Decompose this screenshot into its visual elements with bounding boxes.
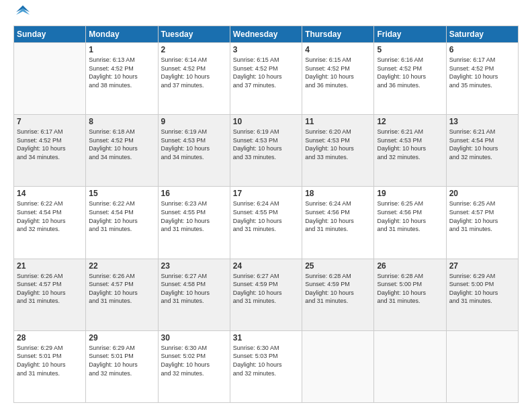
calendar-cell (446, 330, 518, 402)
day-number: 25 (305, 261, 371, 271)
calendar-cell: 15Sunrise: 6:22 AM Sunset: 4:54 PM Dayli… (86, 187, 158, 259)
day-number: 22 (89, 261, 154, 271)
day-number: 31 (233, 333, 299, 342)
day-number: 19 (377, 189, 443, 198)
day-number: 13 (449, 117, 515, 126)
day-number: 17 (233, 189, 299, 198)
day-info: Sunrise: 6:17 AM Sunset: 4:52 PM Dayligh… (17, 128, 83, 161)
day-number: 3 (233, 45, 299, 54)
day-number: 16 (161, 189, 227, 198)
day-info: Sunrise: 6:25 AM Sunset: 4:56 PM Dayligh… (377, 199, 443, 233)
day-number: 14 (17, 189, 83, 198)
calendar-cell: 25Sunrise: 6:28 AM Sunset: 4:59 PM Dayli… (302, 259, 374, 330)
calendar-cell: 26Sunrise: 6:28 AM Sunset: 5:00 PM Dayli… (374, 259, 446, 330)
day-info: Sunrise: 6:20 AM Sunset: 4:53 PM Dayligh… (305, 128, 371, 161)
calendar-cell: 13Sunrise: 6:21 AM Sunset: 4:54 PM Dayli… (446, 115, 518, 187)
days-header-row: SundayMondayTuesdayWednesdayThursdayFrid… (14, 26, 519, 43)
calendar-cell (14, 43, 86, 115)
calendar-cell: 10Sunrise: 6:19 AM Sunset: 4:53 PM Dayli… (230, 115, 302, 187)
day-header-thursday: Thursday (302, 26, 374, 43)
calendar-cell: 27Sunrise: 6:29 AM Sunset: 5:00 PM Dayli… (446, 259, 518, 330)
day-header-wednesday: Wednesday (230, 26, 302, 43)
day-header-tuesday: Tuesday (158, 26, 230, 43)
day-info: Sunrise: 6:24 AM Sunset: 4:56 PM Dayligh… (305, 199, 371, 233)
week-row-1: 1Sunrise: 6:13 AM Sunset: 4:52 PM Daylig… (14, 43, 519, 115)
logo (13, 12, 30, 19)
day-header-monday: Monday (86, 26, 158, 43)
day-info: Sunrise: 6:26 AM Sunset: 4:57 PM Dayligh… (89, 272, 154, 306)
day-info: Sunrise: 6:22 AM Sunset: 4:54 PM Dayligh… (89, 199, 154, 233)
day-number: 26 (377, 261, 443, 271)
svg-marker-1 (16, 8, 30, 15)
calendar-cell: 21Sunrise: 6:26 AM Sunset: 4:57 PM Dayli… (14, 259, 86, 330)
page: SundayMondayTuesdayWednesdayThursdayFrid… (0, 0, 532, 411)
week-row-2: 7Sunrise: 6:17 AM Sunset: 4:52 PM Daylig… (14, 115, 519, 187)
calendar-cell: 1Sunrise: 6:13 AM Sunset: 4:52 PM Daylig… (86, 43, 158, 115)
day-info: Sunrise: 6:19 AM Sunset: 4:53 PM Dayligh… (161, 128, 227, 161)
calendar-cell: 12Sunrise: 6:21 AM Sunset: 4:53 PM Dayli… (374, 115, 446, 187)
day-number: 11 (305, 117, 371, 126)
day-number: 21 (17, 261, 83, 271)
calendar-cell: 22Sunrise: 6:26 AM Sunset: 4:57 PM Dayli… (86, 259, 158, 330)
calendar-cell: 7Sunrise: 6:17 AM Sunset: 4:52 PM Daylig… (14, 115, 86, 187)
day-number: 8 (89, 117, 154, 126)
day-info: Sunrise: 6:26 AM Sunset: 4:57 PM Dayligh… (17, 272, 83, 306)
day-number: 7 (17, 117, 83, 126)
day-info: Sunrise: 6:27 AM Sunset: 4:59 PM Dayligh… (233, 272, 299, 306)
day-info: Sunrise: 6:18 AM Sunset: 4:52 PM Dayligh… (89, 128, 154, 161)
day-info: Sunrise: 6:28 AM Sunset: 5:00 PM Dayligh… (377, 272, 443, 306)
calendar-cell: 31Sunrise: 6:30 AM Sunset: 5:03 PM Dayli… (230, 330, 302, 402)
day-info: Sunrise: 6:13 AM Sunset: 4:52 PM Dayligh… (89, 56, 154, 89)
calendar-cell: 18Sunrise: 6:24 AM Sunset: 4:56 PM Dayli… (302, 187, 374, 259)
day-number: 29 (89, 333, 154, 342)
calendar-cell: 6Sunrise: 6:17 AM Sunset: 4:52 PM Daylig… (446, 43, 518, 115)
day-number: 18 (305, 189, 371, 198)
day-header-saturday: Saturday (446, 26, 518, 43)
day-number: 30 (161, 333, 227, 342)
day-header-friday: Friday (374, 26, 446, 43)
day-info: Sunrise: 6:29 AM Sunset: 5:01 PM Dayligh… (89, 344, 154, 377)
day-number: 5 (377, 45, 443, 54)
calendar-cell: 24Sunrise: 6:27 AM Sunset: 4:59 PM Dayli… (230, 259, 302, 330)
calendar-cell (302, 330, 374, 402)
calendar-cell: 3Sunrise: 6:15 AM Sunset: 4:52 PM Daylig… (230, 43, 302, 115)
day-number: 10 (233, 117, 299, 126)
week-row-4: 21Sunrise: 6:26 AM Sunset: 4:57 PM Dayli… (14, 259, 519, 330)
day-info: Sunrise: 6:19 AM Sunset: 4:53 PM Dayligh… (233, 128, 299, 161)
day-info: Sunrise: 6:21 AM Sunset: 4:54 PM Dayligh… (449, 128, 515, 161)
calendar-cell: 29Sunrise: 6:29 AM Sunset: 5:01 PM Dayli… (86, 330, 158, 402)
day-number: 6 (449, 45, 515, 54)
day-number: 12 (377, 117, 443, 126)
header (13, 12, 519, 19)
day-info: Sunrise: 6:24 AM Sunset: 4:55 PM Dayligh… (233, 199, 299, 233)
week-row-3: 14Sunrise: 6:22 AM Sunset: 4:54 PM Dayli… (14, 187, 519, 259)
calendar-cell: 16Sunrise: 6:23 AM Sunset: 4:55 PM Dayli… (158, 187, 230, 259)
day-number: 27 (449, 261, 515, 271)
calendar-cell: 14Sunrise: 6:22 AM Sunset: 4:54 PM Dayli… (14, 187, 86, 259)
calendar-cell: 8Sunrise: 6:18 AM Sunset: 4:52 PM Daylig… (86, 115, 158, 187)
day-number: 28 (17, 333, 83, 342)
day-number: 4 (305, 45, 371, 54)
day-number: 2 (161, 45, 227, 54)
week-row-5: 28Sunrise: 6:29 AM Sunset: 5:01 PM Dayli… (14, 330, 519, 402)
day-number: 24 (233, 261, 299, 271)
day-number: 20 (449, 189, 515, 198)
day-info: Sunrise: 6:22 AM Sunset: 4:54 PM Dayligh… (17, 199, 83, 233)
day-info: Sunrise: 6:23 AM Sunset: 4:55 PM Dayligh… (161, 199, 227, 233)
day-info: Sunrise: 6:15 AM Sunset: 4:52 PM Dayligh… (305, 56, 371, 89)
day-info: Sunrise: 6:17 AM Sunset: 4:52 PM Dayligh… (449, 56, 515, 89)
calendar-cell: 5Sunrise: 6:16 AM Sunset: 4:52 PM Daylig… (374, 43, 446, 115)
calendar-cell: 9Sunrise: 6:19 AM Sunset: 4:53 PM Daylig… (158, 115, 230, 187)
day-info: Sunrise: 6:29 AM Sunset: 5:00 PM Dayligh… (449, 272, 515, 306)
calendar-cell: 30Sunrise: 6:30 AM Sunset: 5:02 PM Dayli… (158, 330, 230, 402)
day-number: 1 (89, 45, 154, 54)
day-info: Sunrise: 6:14 AM Sunset: 4:52 PM Dayligh… (161, 56, 227, 89)
calendar-table: SundayMondayTuesdayWednesdayThursdayFrid… (13, 26, 519, 403)
calendar-cell: 17Sunrise: 6:24 AM Sunset: 4:55 PM Dayli… (230, 187, 302, 259)
calendar-cell: 2Sunrise: 6:14 AM Sunset: 4:52 PM Daylig… (158, 43, 230, 115)
day-info: Sunrise: 6:15 AM Sunset: 4:52 PM Dayligh… (233, 56, 299, 89)
day-info: Sunrise: 6:21 AM Sunset: 4:53 PM Dayligh… (377, 128, 443, 161)
day-info: Sunrise: 6:25 AM Sunset: 4:57 PM Dayligh… (449, 199, 515, 233)
day-number: 15 (89, 189, 154, 198)
logo-icon (16, 5, 30, 19)
